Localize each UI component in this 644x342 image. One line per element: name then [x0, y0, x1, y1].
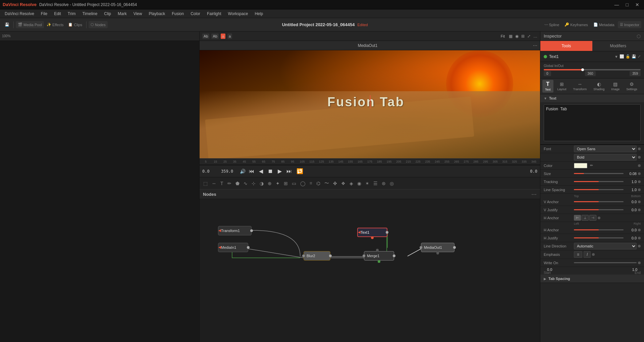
- poly-tool[interactable]: ⬟: [234, 180, 241, 187]
- menu-clip[interactable]: Clip: [101, 9, 114, 18]
- node-blur2-input[interactable]: [302, 254, 305, 257]
- glow-tool[interactable]: ✶: [364, 180, 371, 187]
- save-button[interactable]: 💾: [3, 21, 11, 28]
- wave-tool[interactable]: 〜: [323, 179, 331, 187]
- h-anchor-left-btn[interactable]: ⊢: [574, 215, 581, 221]
- menu-playback[interactable]: Playback: [145, 9, 168, 18]
- node-ctrl-save[interactable]: 💾: [632, 54, 636, 59]
- tab-spacing-header[interactable]: ▶ Tab Spacing: [540, 275, 644, 283]
- node-text1[interactable]: Text1: [357, 228, 387, 237]
- tracking-keyframe-dot[interactable]: [638, 180, 641, 183]
- global-slider-row[interactable]: [544, 69, 641, 70]
- v-justify-keyframe-dot[interactable]: [638, 209, 641, 211]
- v-anchor-slider[interactable]: [574, 201, 624, 202]
- font-select[interactable]: Open Sans: [574, 146, 637, 152]
- menu-trim[interactable]: Trim: [64, 9, 79, 18]
- line-direction-select[interactable]: Automatic: [574, 243, 637, 249]
- write-on-slider[interactable]: [574, 262, 637, 263]
- preview-icon-3[interactable]: ⊞: [521, 34, 525, 39]
- preview-icon-2[interactable]: ◉: [515, 34, 519, 39]
- node-transform1[interactable]: Transform1: [218, 226, 252, 235]
- node-merge1-top-dot[interactable]: [376, 249, 379, 251]
- menu-workspace[interactable]: Workspace: [225, 9, 252, 18]
- node-mediaout1-bottom-dot[interactable]: [436, 252, 439, 254]
- node-transform1-output[interactable]: [250, 229, 253, 232]
- ellipse-tool[interactable]: ◯: [299, 180, 307, 187]
- sub-tab-layout[interactable]: ⊞ Layout: [555, 80, 569, 92]
- write-on-keyframe-dot[interactable]: [638, 262, 641, 264]
- sub-tab-text[interactable]: T Text: [542, 80, 553, 93]
- menu-view[interactable]: View: [130, 9, 146, 18]
- go-to-end-button[interactable]: ⏭: [285, 168, 293, 175]
- minimize-button[interactable]: —: [612, 1, 621, 8]
- eye-tool[interactable]: ◎: [388, 180, 395, 187]
- menu-edit[interactable]: Edit: [51, 9, 64, 18]
- h-anchor-slider-keyframe-dot[interactable]: [638, 229, 641, 231]
- grid-tool[interactable]: ⊞: [282, 180, 289, 187]
- node-blur2-output[interactable]: [329, 254, 332, 257]
- transform-tool[interactable]: ↔: [210, 180, 218, 187]
- tracking-slider[interactable]: [574, 181, 624, 182]
- emphasis-italic-btn[interactable]: I: [584, 251, 591, 258]
- inspector-tab-tools[interactable]: Tools: [540, 41, 592, 51]
- timeline-ruler[interactable]: 5 15 25 35 45 55 65 75 85 95 105 115 125…: [200, 158, 540, 165]
- text-tool-ab-2[interactable]: Ab: [211, 34, 218, 39]
- font-style-keyframe-dot[interactable]: [638, 156, 641, 159]
- inspector-close-button[interactable]: ⬡: [637, 34, 641, 39]
- node-merge1[interactable]: Merge1: [364, 251, 394, 261]
- menu-fairlight[interactable]: Fairlight: [204, 9, 225, 18]
- nodes-button[interactable]: ⬡ Nodes: [89, 21, 108, 28]
- font-style-select[interactable]: Bold: [574, 154, 637, 161]
- menu-help[interactable]: Help: [251, 9, 266, 18]
- node-mediaout1-output[interactable]: [453, 246, 456, 249]
- clone-tool[interactable]: ⊛: [380, 180, 387, 187]
- play-button[interactable]: ▶: [276, 167, 283, 175]
- paint-tool[interactable]: ✏: [226, 180, 233, 187]
- menu-mark[interactable]: Mark: [114, 9, 130, 18]
- particle-tool[interactable]: ✦: [274, 180, 281, 187]
- node-ctrl-lock[interactable]: 🔓: [626, 54, 630, 59]
- nodes-header-more[interactable]: ⋯: [531, 191, 537, 197]
- global-slider[interactable]: [544, 69, 641, 70]
- maximize-button[interactable]: □: [624, 1, 631, 8]
- go-to-start-button[interactable]: ⏮: [248, 168, 256, 175]
- text-tool-a-2[interactable]: a: [227, 34, 232, 39]
- node-mediain1-output[interactable]: [247, 246, 250, 249]
- size-slider[interactable]: [574, 173, 624, 174]
- node-ctrl-2[interactable]: ⬜: [620, 54, 624, 59]
- preview-icon-5[interactable]: …: [533, 34, 537, 39]
- line-spacing-slider[interactable]: [574, 189, 624, 190]
- h-anchor-keyframe-dot[interactable]: [598, 217, 600, 219]
- h-anchor-center-btn[interactable]: ⊥: [582, 215, 589, 221]
- v-justify-slider[interactable]: [574, 209, 624, 210]
- tracker-tool[interactable]: ⊕: [266, 180, 273, 187]
- inspector-tab-modifiers[interactable]: Modifiers: [592, 41, 644, 51]
- puppet-tool[interactable]: ✤: [331, 180, 339, 187]
- node-merge1-bottom-dot[interactable]: [378, 260, 380, 263]
- h-anchor-slider[interactable]: [574, 229, 624, 230]
- text-content-input[interactable]: Fusion Tab: [544, 104, 641, 141]
- mask-tool[interactable]: ◈: [348, 180, 355, 187]
- nodes-canvas[interactable]: Transform1 MediaIn1 Blur2: [200, 199, 540, 342]
- sub-tab-shading[interactable]: ◐ Shading: [591, 80, 607, 92]
- text-section-header[interactable]: ▼ Text: [540, 94, 644, 102]
- node-ctrl-1[interactable]: ▼: [614, 54, 618, 59]
- preview-icon-4[interactable]: ⤢: [527, 34, 531, 39]
- preview-icon-1[interactable]: ▦: [509, 34, 513, 39]
- bspline-tool[interactable]: ∿: [242, 180, 249, 187]
- text-tool[interactable]: T: [219, 180, 225, 187]
- text-tool-ab-1[interactable]: Ab: [202, 34, 209, 39]
- node-blur2[interactable]: Blur2: [304, 251, 330, 261]
- feather-tool[interactable]: ❖: [339, 180, 347, 187]
- keyframes-button[interactable]: 🔑 Keyframes: [562, 21, 590, 28]
- path-tool[interactable]: ⌗: [308, 179, 314, 187]
- h-justify-slider[interactable]: [574, 237, 624, 238]
- blur-tool[interactable]: ◉: [356, 180, 363, 187]
- node-mediaout1[interactable]: MediaOut1: [421, 243, 454, 252]
- sub-tab-settings[interactable]: ⚙ Settings: [624, 80, 640, 92]
- preview-more-icon[interactable]: ⋯: [533, 43, 537, 48]
- color-edit-button[interactable]: ✏: [590, 163, 593, 168]
- color-keyframe-dot[interactable]: [638, 164, 641, 167]
- menu-timeline[interactable]: Timeline: [79, 9, 101, 18]
- v-anchor-keyframe-dot[interactable]: [638, 201, 641, 203]
